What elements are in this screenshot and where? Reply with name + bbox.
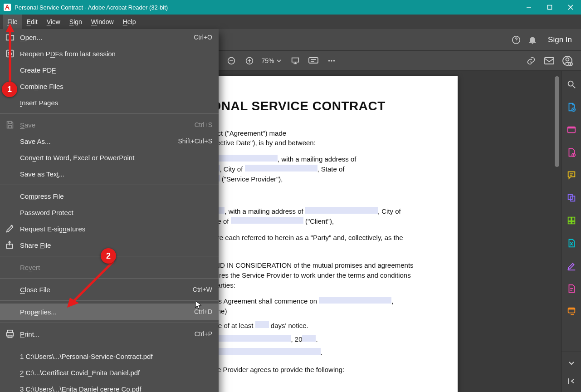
- svg-rect-2: [548, 5, 552, 10]
- minimize-button[interactable]: [518, 0, 539, 15]
- menu-item-label: Request E-signatures: [20, 225, 212, 233]
- menu-help[interactable]: Help: [118, 15, 141, 29]
- svg-rect-43: [568, 308, 575, 310]
- create-pdf-icon[interactable]: [564, 145, 579, 160]
- menu-item-label: Share File: [20, 241, 212, 249]
- menu-item-save: SaveCtrl+S: [0, 117, 219, 133]
- menu-item-shortcut: Ctrl+S: [195, 121, 212, 128]
- comment-icon[interactable]: [564, 168, 579, 182]
- read-mode-icon[interactable]: [304, 52, 322, 70]
- blank-icon: [4, 135, 16, 147]
- blank-icon: [4, 350, 16, 363]
- menu-item-label: Revert: [20, 264, 212, 271]
- menu-item-label: Save as Text...: [20, 170, 212, 178]
- svg-rect-53: [8, 335, 12, 338]
- menu-item-createpdf[interactable]: Create PDF: [0, 62, 219, 78]
- compress-pdf-icon[interactable]: [564, 236, 579, 250]
- menu-item-label: Print...: [20, 330, 189, 338]
- menu-item-saveas[interactable]: Save As...Shift+Ctrl+S: [0, 133, 219, 149]
- menu-item-reqsig[interactable]: Request E-signatures: [0, 220, 219, 237]
- menu-sign[interactable]: Sign: [65, 15, 87, 29]
- combine-files-icon[interactable]: [564, 191, 579, 205]
- zoom-level[interactable]: 75%: [259, 57, 275, 64]
- combine-icon: [4, 80, 16, 93]
- menu-item-label: Open...: [20, 34, 188, 41]
- titlebar: Personal Service Contract - Adobe Acroba…: [0, 0, 581, 15]
- zoom-out-icon[interactable]: [222, 52, 240, 70]
- menu-item-label: Close File: [20, 286, 187, 294]
- search-icon[interactable]: [564, 77, 579, 92]
- rail-chevron-down-icon[interactable]: [564, 356, 579, 370]
- menu-item-insert[interactable]: Insert Pages: [0, 94, 219, 111]
- svg-rect-38: [571, 222, 574, 224]
- menu-item-r3[interactable]: 3 C:\Users\...\Enita Daniel cerere Co.pd…: [0, 381, 219, 392]
- menu-item-savetext[interactable]: Save as Text...: [0, 166, 219, 182]
- menu-item-print[interactable]: Print...Ctrl+P: [0, 326, 219, 342]
- zoom-in-icon[interactable]: [240, 52, 259, 70]
- save-icon: [4, 118, 16, 131]
- menu-item-convert[interactable]: Convert to Word, Excel or PowerPoint: [0, 149, 219, 166]
- blank-icon: [4, 261, 16, 274]
- menu-item-label: Properties...: [20, 308, 189, 316]
- menu-item-properties[interactable]: Properties...Ctrl+D: [0, 304, 219, 320]
- file-menu-dropdown: Open...Ctrl+OReopen PDFs from last sessi…: [0, 29, 219, 392]
- profile-icon[interactable]: [558, 52, 576, 70]
- menu-item-shortcut: Ctrl+O: [194, 34, 212, 41]
- menu-item-close[interactable]: Close FileCtrl+W: [0, 281, 219, 298]
- svg-rect-47: [9, 84, 13, 89]
- menu-window[interactable]: Window: [87, 15, 118, 29]
- document-scrollbar[interactable]: [555, 76, 559, 167]
- print-icon: [4, 328, 16, 340]
- svg-rect-29: [567, 127, 575, 129]
- edit-pdf-icon[interactable]: [564, 122, 579, 137]
- zoom-caret-icon[interactable]: [275, 59, 283, 63]
- menu-item-label: Create PDF: [20, 66, 212, 74]
- menu-item-label: Save: [20, 121, 189, 129]
- close-button[interactable]: [560, 0, 581, 15]
- menu-item-reopen[interactable]: Reopen PDFs from last session: [0, 45, 219, 62]
- maximize-button[interactable]: [539, 0, 560, 15]
- help-icon[interactable]: [508, 32, 524, 48]
- menu-item-combine[interactable]: Combine Files: [0, 78, 219, 94]
- menu-view[interactable]: View: [42, 15, 65, 29]
- menu-item-r2[interactable]: 2 C:\...\Certificat Covid_Enita Daniel.p…: [0, 364, 219, 381]
- menu-edit[interactable]: Edit: [22, 15, 42, 29]
- notifications-icon[interactable]: [524, 32, 541, 48]
- blank-icon: [4, 206, 16, 219]
- sign-in-link[interactable]: Sign In: [548, 35, 572, 44]
- svg-rect-36: [571, 217, 574, 221]
- share-link-icon[interactable]: [522, 52, 540, 70]
- menu-item-open[interactable]: Open...Ctrl+O: [0, 29, 219, 45]
- blank-icon: [4, 190, 16, 202]
- menu-item-r1[interactable]: 1 C:\Users\...\Personal-Service-Contract…: [0, 348, 219, 364]
- share-email-icon[interactable]: [540, 52, 558, 70]
- menu-item-shortcut: Shift+Ctrl+S: [178, 137, 212, 145]
- blank-icon: [4, 96, 16, 109]
- menu-item-compress[interactable]: Compress File: [0, 188, 219, 204]
- svg-rect-13: [309, 58, 318, 63]
- send-comments-icon[interactable]: [564, 304, 579, 318]
- menu-item-label: Reopen PDFs from last session: [20, 50, 212, 58]
- menu-item-label: 2 C:\...\Certificat Covid_Enita Daniel.p…: [20, 369, 212, 377]
- svg-point-21: [566, 58, 569, 61]
- svg-rect-19: [545, 58, 554, 64]
- blank-icon: [4, 283, 16, 296]
- folder-icon: [4, 31, 16, 44]
- svg-point-17: [331, 60, 332, 61]
- right-tool-rail: [561, 71, 581, 392]
- svg-rect-51: [8, 330, 13, 333]
- svg-rect-49: [8, 126, 11, 128]
- menu-item-share[interactable]: Share File: [0, 237, 219, 253]
- rail-expand-icon[interactable]: [564, 374, 579, 388]
- fit-width-icon[interactable]: [286, 52, 304, 70]
- fill-sign-icon[interactable]: [564, 259, 579, 273]
- svg-rect-48: [8, 122, 11, 124]
- adobe-sign-icon[interactable]: [564, 281, 579, 296]
- menu-item-label: Save As...: [20, 137, 173, 145]
- svg-point-6: [516, 41, 517, 42]
- menu-item-pwd[interactable]: Password Protect: [0, 204, 219, 220]
- menu-file[interactable]: File: [3, 15, 22, 29]
- export-pdf-icon[interactable]: [564, 100, 579, 114]
- organize-pages-icon[interactable]: [564, 213, 579, 228]
- more-tools-icon[interactable]: [322, 52, 341, 70]
